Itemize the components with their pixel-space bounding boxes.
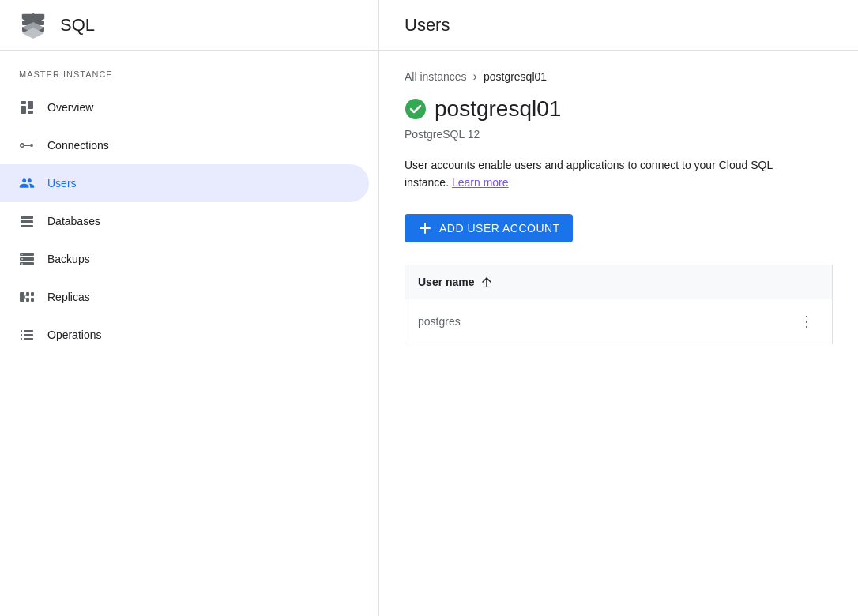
col-actions-header — [781, 265, 833, 299]
sidebar-item-label-operations: Operations — [47, 329, 101, 341]
sidebar-item-users[interactable]: Users — [0, 164, 369, 202]
breadcrumb-all-instances[interactable]: All instances — [405, 70, 467, 83]
sidebar-item-operations[interactable]: Operations — [0, 316, 369, 354]
backups-icon — [19, 251, 35, 267]
sidebar-item-backups[interactable]: Backups — [0, 240, 369, 278]
cell-username: postgres — [405, 299, 782, 344]
sidebar-item-label-connections: Connections — [47, 139, 109, 152]
svg-point-14 — [21, 145, 24, 147]
svg-rect-35 — [21, 338, 22, 340]
sidebar: MASTER INSTANCE Overview — [0, 51, 379, 616]
svg-rect-24 — [20, 292, 24, 302]
sidebar-item-label-users: Users — [47, 177, 77, 190]
svg-rect-34 — [24, 334, 33, 336]
svg-rect-16 — [21, 220, 33, 223]
svg-point-12 — [30, 144, 33, 147]
users-icon — [19, 175, 35, 191]
svg-rect-22 — [21, 254, 23, 255]
col-username-header[interactable]: User name — [405, 265, 782, 299]
svg-rect-21 — [21, 259, 23, 260]
sidebar-item-label-databases: Databases — [47, 215, 100, 227]
svg-rect-10 — [28, 111, 33, 114]
sidebar-item-databases[interactable]: Databases — [0, 202, 369, 240]
svg-rect-7 — [21, 101, 26, 104]
sidebar-item-overview[interactable]: Overview — [0, 88, 369, 126]
databases-icon — [19, 213, 35, 229]
svg-rect-33 — [21, 334, 22, 336]
sort-ascending-icon[interactable] — [480, 275, 494, 289]
svg-rect-8 — [21, 106, 26, 114]
instance-name: postgresql01 — [435, 96, 561, 122]
svg-rect-32 — [24, 330, 33, 332]
sidebar-section-label: MASTER INSTANCE — [0, 69, 378, 88]
svg-rect-39 — [420, 227, 431, 229]
connections-icon — [19, 137, 35, 153]
replicas-icon — [19, 289, 35, 305]
status-icon — [405, 98, 427, 120]
svg-rect-31 — [21, 330, 22, 332]
app-title: SQL — [60, 15, 95, 36]
table-row: postgres ⋮ — [405, 299, 833, 344]
sidebar-item-label-backups: Backups — [47, 253, 90, 265]
svg-rect-36 — [24, 338, 33, 340]
svg-rect-26 — [26, 298, 29, 302]
plus-icon — [417, 220, 433, 236]
instance-title-row: postgresql01 — [405, 96, 833, 122]
description-text: User accounts enable users and applicati… — [405, 156, 815, 192]
svg-line-29 — [24, 295, 26, 297]
col-username-label: User name — [418, 276, 475, 288]
breadcrumb-current: postgresql01 — [484, 70, 547, 83]
username-value: postgres — [418, 315, 461, 328]
svg-rect-15 — [21, 216, 33, 219]
svg-rect-17 — [21, 225, 33, 227]
sql-logo-icon — [19, 11, 47, 39]
sidebar-item-label-overview: Overview — [47, 101, 93, 114]
add-user-button[interactable]: ADD USER ACCOUNT — [405, 214, 573, 242]
row-more-button[interactable]: ⋮ — [794, 309, 819, 334]
operations-icon — [19, 327, 35, 343]
instance-version: PostgreSQL 12 — [405, 128, 833, 141]
breadcrumb-separator: › — [473, 69, 477, 84]
add-user-btn-label: ADD USER ACCOUNT — [439, 222, 560, 235]
learn-more-link[interactable]: Learn more — [452, 176, 509, 189]
svg-point-37 — [405, 99, 426, 119]
sidebar-item-label-replicas: Replicas — [47, 291, 90, 303]
users-table: User name postgres — [405, 265, 833, 344]
svg-rect-28 — [31, 298, 34, 302]
page-title: Users — [405, 15, 450, 36]
sidebar-item-replicas[interactable]: Replicas — [0, 278, 369, 316]
svg-rect-25 — [26, 292, 29, 296]
main-header: Users — [379, 0, 858, 50]
svg-rect-9 — [28, 101, 33, 109]
svg-rect-23 — [21, 264, 23, 265]
cell-actions: ⋮ — [781, 299, 833, 344]
sidebar-header: SQL — [0, 0, 379, 50]
main-content: All instances › postgresql01 postgresql0… — [379, 51, 858, 616]
sidebar-item-connections[interactable]: Connections — [0, 126, 369, 164]
more-dots-icon: ⋮ — [800, 314, 814, 329]
breadcrumb: All instances › postgresql01 — [405, 69, 833, 84]
overview-icon — [19, 100, 35, 115]
svg-rect-27 — [31, 292, 34, 296]
svg-line-30 — [24, 297, 26, 299]
